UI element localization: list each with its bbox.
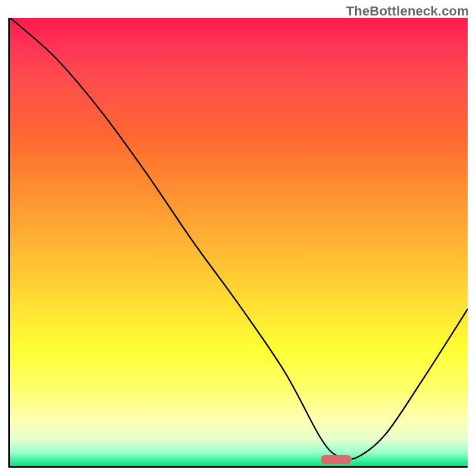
curve-svg [10, 18, 468, 466]
chart-container: TheBottleneck.com [0, 0, 476, 476]
optimal-marker [321, 455, 352, 464]
watermark-text: TheBottleneck.com [346, 4, 469, 19]
bottleneck-curve-path [10, 18, 468, 459]
plot-area [8, 18, 468, 468]
